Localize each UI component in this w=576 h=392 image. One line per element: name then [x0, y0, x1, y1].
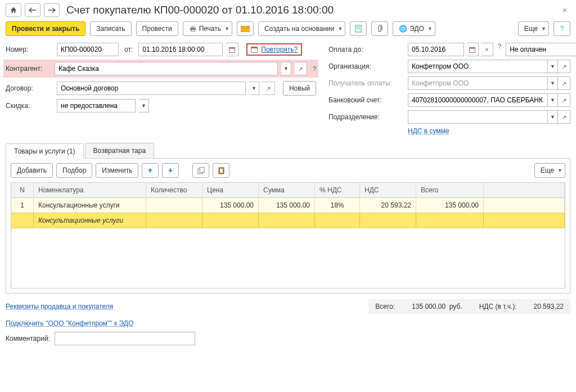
chevron-down-icon: ▼ — [338, 26, 343, 31]
comment-input[interactable] — [55, 332, 195, 345]
svg-rect-12 — [470, 47, 475, 48]
pick-button[interactable]: Подбор — [56, 163, 92, 178]
open-ref-button[interactable]: ↗ — [558, 93, 570, 107]
chevron-down-icon: ▼ — [224, 26, 230, 31]
create-based-button[interactable]: Создать на основании▼ — [258, 21, 345, 36]
open-ref-button[interactable]: ↗ — [295, 62, 307, 75]
email-button[interactable] — [237, 21, 254, 36]
new-contract-button[interactable]: Новый — [283, 81, 316, 96]
number-label: Номер: — [6, 46, 53, 53]
envelope-icon — [241, 26, 250, 32]
subdiv-input[interactable] — [408, 110, 548, 124]
dropdown-button[interactable]: ▼ — [548, 76, 558, 90]
from-label: от: — [124, 46, 133, 53]
dropdown-button[interactable]: ▼ — [139, 99, 149, 112]
goods-grid: N Номенклатура Количество Цена Сумма % Н… — [11, 182, 565, 289]
edit-row-button[interactable]: Изменить — [96, 163, 138, 178]
dropdown-button[interactable]: ▼ — [249, 82, 259, 95]
col-price[interactable]: Цена — [202, 183, 259, 197]
grid-more-button[interactable]: Еще▼ — [534, 163, 565, 178]
calendar-icon — [229, 47, 235, 53]
col-qty[interactable]: Количество — [146, 183, 202, 197]
print-button[interactable]: Печать ▼ — [183, 21, 232, 36]
col-n[interactable]: N — [11, 183, 34, 197]
post-and-close-button[interactable]: Провести и закрыть — [6, 21, 86, 36]
repeat-link[interactable]: Повторять? — [261, 46, 298, 53]
tab-returnable[interactable]: Возвратная тара — [85, 143, 155, 158]
dropdown-button[interactable]: ▼ — [281, 62, 291, 75]
organization-input[interactable] — [408, 60, 548, 73]
page-title: Счет покупателю КП00-000020 от 01.10.201… — [66, 4, 556, 16]
status-select[interactable] — [506, 43, 576, 56]
edo-connect-link[interactable]: Подключить "ООО "Конфетпром"" к ЭДО — [6, 319, 133, 327]
calendar-button[interactable] — [466, 43, 479, 56]
tab-goods[interactable]: Товары и услуги (1) — [6, 143, 84, 159]
counterparty-input[interactable] — [55, 62, 278, 75]
svg-rect-1 — [191, 26, 195, 28]
table-row[interactable]: Консультационные услуги — [11, 213, 565, 228]
col-nomen[interactable]: Номенклатура — [34, 183, 146, 197]
contract-label: Договор: — [6, 84, 53, 92]
chevron-down-icon: ▼ — [557, 168, 562, 173]
svg-rect-14 — [200, 167, 204, 172]
clear-button[interactable]: × — [481, 43, 493, 56]
attach-button[interactable] — [371, 21, 388, 36]
pay-until-input[interactable] — [408, 43, 464, 56]
dropdown-button[interactable]: ▼ — [548, 110, 558, 124]
paste-icon — [218, 167, 225, 174]
date-input[interactable] — [138, 43, 223, 56]
add-row-button[interactable]: Добавить — [11, 163, 53, 178]
open-ref-button[interactable]: ↗ — [558, 76, 570, 90]
open-ref-button[interactable]: ↗ — [558, 60, 570, 73]
help-link[interactable]: ? — [313, 65, 316, 72]
write-button[interactable]: Записать — [90, 21, 131, 36]
dropdown-button[interactable]: ▼ — [548, 93, 558, 107]
col-vat[interactable]: НДС — [360, 183, 416, 197]
svg-rect-10 — [251, 47, 258, 49]
calendar-icon — [251, 46, 258, 53]
printer-icon — [189, 25, 197, 32]
close-button[interactable]: × — [559, 4, 570, 16]
document-icon — [355, 25, 362, 33]
organization-label: Организация: — [328, 62, 404, 70]
number-input[interactable] — [57, 43, 119, 56]
discount-select[interactable] — [57, 99, 136, 112]
dropdown-button[interactable]: ▼ — [548, 60, 558, 73]
edo-button[interactable]: 🌐ЭДО▼ — [393, 21, 435, 36]
bank-acct-label: Банковский счет: — [328, 96, 404, 104]
home-button[interactable] — [6, 3, 21, 17]
help-button[interactable]: ? — [554, 21, 570, 36]
col-total[interactable]: Всего — [416, 183, 484, 197]
post-button[interactable]: Провести — [136, 21, 178, 36]
col-sum[interactable]: Сумма — [259, 183, 315, 197]
calendar-icon — [469, 47, 475, 53]
more-button[interactable]: Еще▼ — [518, 21, 549, 36]
arrow-down-icon — [167, 167, 174, 174]
report-button[interactable] — [350, 21, 367, 36]
copy-button[interactable] — [192, 163, 209, 178]
move-down-button[interactable] — [162, 163, 179, 178]
paperclip-icon — [377, 25, 382, 33]
contract-input[interactable] — [57, 82, 246, 95]
help-icon: ? — [560, 25, 564, 33]
col-vat-pct[interactable]: % НДС — [315, 183, 360, 197]
globe-icon: 🌐 — [399, 25, 407, 33]
calendar-button[interactable] — [226, 43, 238, 56]
svg-rect-8 — [230, 47, 235, 48]
seller-buyer-link[interactable]: Реквизиты продавца и покупателя — [6, 303, 113, 310]
pay-until-label: Оплата до: — [328, 46, 404, 53]
forward-button[interactable] — [44, 3, 60, 17]
subdiv-label: Подразделение: — [328, 113, 404, 121]
open-ref-button[interactable]: ↗ — [263, 82, 275, 95]
table-row[interactable]: 1 Консультационные услуги 135 000,00 135… — [11, 198, 565, 213]
open-ref-button[interactable]: ↗ — [558, 110, 570, 124]
svg-rect-16 — [220, 169, 223, 173]
svg-rect-2 — [191, 30, 195, 31]
paste-button[interactable] — [213, 163, 230, 178]
vat-in-sum-link[interactable]: НДС в сумме — [408, 127, 449, 135]
back-button[interactable] — [25, 3, 40, 17]
help-link[interactable]: ? — [498, 43, 501, 56]
move-up-button[interactable] — [142, 163, 159, 178]
discount-label: Скидка: — [6, 102, 53, 110]
bank-acct-input[interactable] — [408, 93, 548, 107]
